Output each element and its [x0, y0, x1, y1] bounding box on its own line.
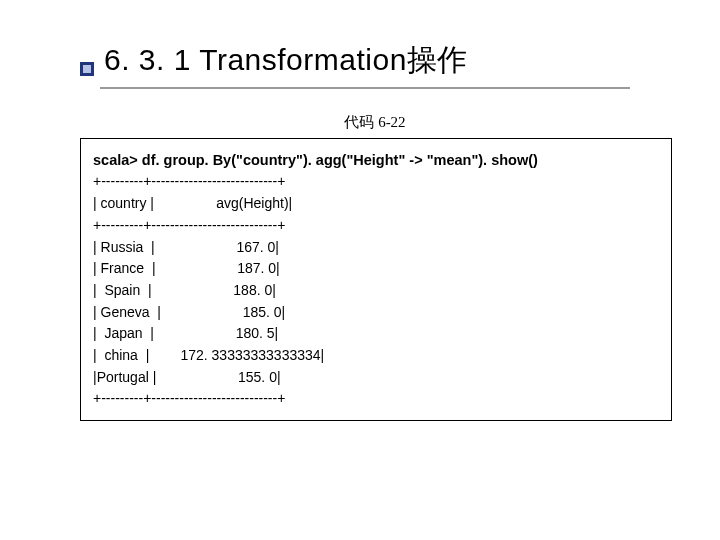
title-underline: [100, 87, 630, 89]
bullet-icon: [80, 62, 94, 76]
scala-output: +---------+---------------------------+ …: [93, 171, 659, 410]
slide-title: 6. 3. 1 Transformation操作: [104, 40, 468, 81]
code-box: scala> df. group. By("country"). agg("He…: [80, 138, 672, 421]
code-caption: 代码 6-22: [80, 113, 670, 132]
scala-command: scala> df. group. By("country"). agg("He…: [93, 149, 659, 171]
slide: 6. 3. 1 Transformation操作 代码 6-22 scala> …: [0, 0, 720, 540]
svg-rect-1: [83, 65, 91, 73]
title-row: 6. 3. 1 Transformation操作: [80, 40, 670, 81]
